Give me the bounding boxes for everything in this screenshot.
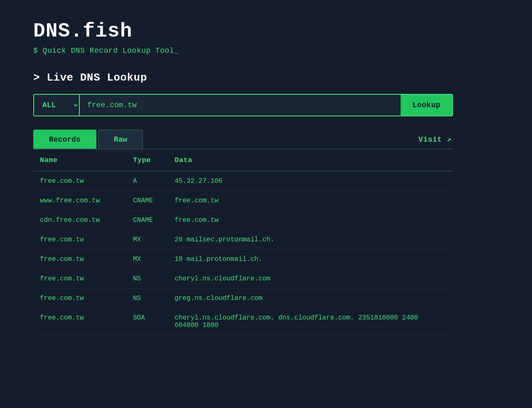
cell-name: free.com.tw xyxy=(33,269,125,289)
cell-name: free.com.tw xyxy=(33,171,125,191)
cell-type: MX xyxy=(125,230,166,250)
cell-name: www.free.com.tw xyxy=(33,191,125,211)
tab-raw[interactable]: Raw xyxy=(98,130,143,149)
cell-data: 45.32.27.106 xyxy=(166,171,453,191)
table-row: free.com.twNSgreg.ns.cloudflare.com xyxy=(33,289,453,308)
table-row: free.com.twSOAcheryl.ns.cloudflare.com. … xyxy=(33,308,453,335)
cell-type: CNAME xyxy=(125,191,166,211)
table-row: free.com.twNScheryl.ns.cloudflare.com xyxy=(33,269,453,289)
record-type-select[interactable]: ALL A AAAA CNAME MX NS TXT SOA SRV CAA xyxy=(34,95,80,116)
visit-link[interactable]: Visit ↗ xyxy=(419,135,453,144)
table-row: free.com.twA45.32.27.106 xyxy=(33,171,453,191)
table-row: free.com.twMX10 mail.protonmail.ch. xyxy=(33,250,453,269)
cell-data: 10 mail.protonmail.ch. xyxy=(166,250,453,269)
cell-type: NS xyxy=(125,269,166,289)
cell-data: cheryl.ns.cloudflare.com xyxy=(166,269,453,289)
records-table: Name Type Data free.com.twA45.32.27.106w… xyxy=(33,150,453,335)
cell-type: CNAME xyxy=(125,211,166,230)
lookup-form: ALL A AAAA CNAME MX NS TXT SOA SRV CAA L… xyxy=(33,94,453,116)
cell-data: free.com.tw xyxy=(166,211,453,230)
section-heading: > Live DNS Lookup xyxy=(33,71,499,84)
table-row: www.free.com.twCNAMEfree.com.tw xyxy=(33,191,453,211)
cell-type: A xyxy=(125,171,166,191)
table-row: free.com.twMX20 mailsec.protonmail.ch. xyxy=(33,230,453,250)
cell-data: 20 mailsec.protonmail.ch. xyxy=(166,230,453,250)
cell-name: free.com.tw xyxy=(33,308,125,335)
app-title: DNS.fish xyxy=(33,20,499,42)
cell-data: greg.ns.cloudflare.com xyxy=(166,289,453,308)
lookup-button[interactable]: Lookup xyxy=(401,95,452,116)
cell-name: free.com.tw xyxy=(33,289,125,308)
cell-data: cheryl.ns.cloudflare.com. dns.cloudflare… xyxy=(166,308,453,335)
tab-records[interactable]: Records xyxy=(33,130,96,149)
cell-type: NS xyxy=(125,289,166,308)
table-header-row: Name Type Data xyxy=(33,150,453,171)
domain-input[interactable] xyxy=(80,95,401,116)
col-header-name: Name xyxy=(33,150,125,171)
app-subtitle: $ Quick DNS Record Lookup Tool_ xyxy=(33,47,499,55)
cell-data: free.com.tw xyxy=(166,191,453,211)
cell-type: SOA xyxy=(125,308,166,335)
tabs-row: Records Raw Visit ↗ xyxy=(33,130,453,150)
col-header-data: Data xyxy=(166,150,453,171)
cell-name: free.com.tw xyxy=(33,230,125,250)
cell-type: MX xyxy=(125,250,166,269)
col-header-type: Type xyxy=(125,150,166,171)
cell-name: free.com.tw xyxy=(33,250,125,269)
cell-name: cdn.free.com.tw xyxy=(33,211,125,230)
table-row: cdn.free.com.twCNAMEfree.com.tw xyxy=(33,211,453,230)
tabs-left: Records Raw xyxy=(33,130,143,149)
